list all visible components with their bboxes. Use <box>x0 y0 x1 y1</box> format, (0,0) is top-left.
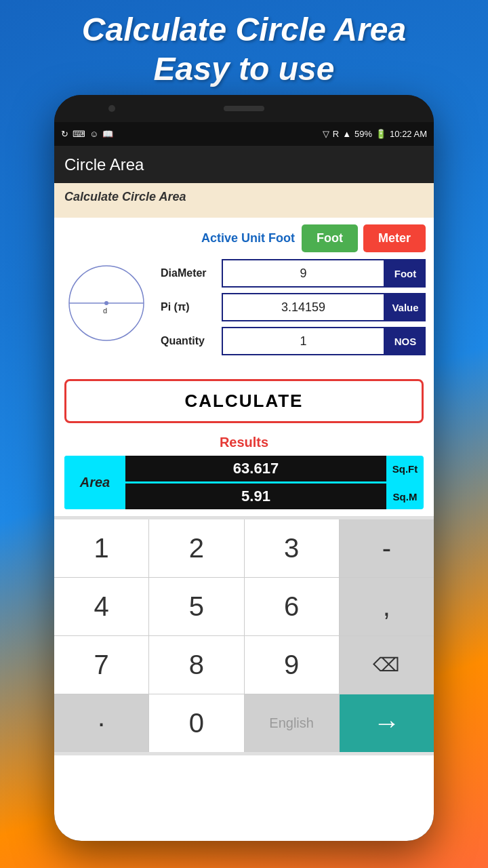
main-content: Calculate Circle Area Active Unit Foot F… <box>54 183 434 841</box>
key-6[interactable]: 6 <box>245 578 340 635</box>
keypad-row-1: 1 2 3 - <box>54 519 434 578</box>
status-icons-left: ↻ ⌨ ☺ 📖 <box>61 129 113 139</box>
svg-text:d: d <box>103 307 107 315</box>
signal-icon: R <box>333 129 339 139</box>
keypad-row-3: 7 8 9 ⌫ <box>54 636 434 694</box>
app-title: Circle Area <box>64 155 144 174</box>
bg-title-line2: Easy to use <box>0 50 488 89</box>
calculate-button[interactable]: CALCULATE <box>64 379 424 423</box>
active-unit-label: Active Unit Foot <box>201 231 295 245</box>
calculate-btn-wrap: CALCULATE <box>54 371 434 431</box>
diameter-input[interactable] <box>222 259 385 288</box>
key-3[interactable]: 3 <box>245 519 340 577</box>
app-bar: Circle Area <box>54 146 434 183</box>
key-minus[interactable]: - <box>340 519 434 577</box>
quantity-unit: NOS <box>385 327 426 355</box>
results-section: Results Area 63.617 Sq.Ft 5.91 Sq.M <box>54 431 434 516</box>
pi-label: Pi (π) <box>161 301 222 313</box>
result-sqm-value: 5.91 <box>125 484 386 509</box>
inputs-section: DiaMeter Foot Pi (π) Value Quantity <box>161 259 426 361</box>
sync-icon: ↻ <box>61 129 68 139</box>
phone-top <box>54 95 434 122</box>
active-unit-row: Active Unit Foot Foot Meter <box>62 224 426 252</box>
emoji-icon: ☺ <box>89 129 98 139</box>
keypad-row-4: · 0 English → <box>54 694 434 752</box>
result-row-sqft: 63.617 Sq.Ft <box>125 456 424 481</box>
key-dot[interactable]: · <box>54 694 149 752</box>
key-2[interactable]: 2 <box>149 519 244 577</box>
key-backspace[interactable]: ⌫ <box>340 636 434 694</box>
keyboard-icon: ⌨ <box>73 129 85 139</box>
pi-input[interactable] <box>222 293 385 321</box>
result-sqm-unit: Sq.M <box>386 487 424 507</box>
quantity-input[interactable] <box>222 327 385 355</box>
key-1[interactable]: 1 <box>54 519 149 577</box>
key-next[interactable]: → <box>340 694 434 752</box>
meter-button[interactable]: Meter <box>363 224 426 252</box>
pi-row: Pi (π) Value <box>161 293 426 321</box>
key-english[interactable]: English <box>245 694 340 752</box>
book-icon: 📖 <box>102 129 113 139</box>
circle-diagram: d <box>62 259 150 350</box>
time: 10:22 AM <box>390 129 427 139</box>
battery-percent: 59% <box>354 129 372 139</box>
quantity-label: Quantity <box>161 335 222 347</box>
key-comma[interactable]: , <box>340 578 434 635</box>
phone-speaker <box>224 106 264 111</box>
key-0[interactable]: 0 <box>149 694 244 752</box>
result-sqft-value: 63.617 <box>125 456 386 481</box>
key-4[interactable]: 4 <box>54 578 149 635</box>
results-card: Area 63.617 Sq.Ft 5.91 Sq.M <box>64 456 424 509</box>
status-icons-right: ▽ R ▲ 59% 🔋 10:22 AM <box>323 129 427 139</box>
results-values: 63.617 Sq.Ft 5.91 Sq.M <box>125 456 424 509</box>
keypad: 1 2 3 - 4 5 6 , 7 8 9 ⌫ · 0 English → <box>54 516 434 755</box>
calc-section-header: Calculate Circle Area <box>54 183 434 218</box>
foot-button[interactable]: Foot <box>302 224 358 252</box>
diameter-unit: Foot <box>385 259 426 288</box>
battery-icon: 🔋 <box>375 129 386 139</box>
result-row-sqm: 5.91 Sq.M <box>125 484 424 509</box>
bg-title-line1: Calculate Circle Area <box>0 10 488 50</box>
diameter-label: DiaMeter <box>161 267 222 279</box>
area-label: Area <box>64 456 125 509</box>
phone-frame: ↻ ⌨ ☺ 📖 ▽ R ▲ 59% 🔋 10:22 AM Circle Area… <box>54 95 434 841</box>
svg-point-2 <box>104 301 108 305</box>
keypad-row-2: 4 5 6 , <box>54 578 434 636</box>
key-8[interactable]: 8 <box>149 636 244 694</box>
status-bar: ↻ ⌨ ☺ 📖 ▽ R ▲ 59% 🔋 10:22 AM <box>54 122 434 146</box>
phone-camera <box>108 105 115 112</box>
key-7[interactable]: 7 <box>54 636 149 694</box>
results-title: Results <box>64 435 424 450</box>
result-sqft-unit: Sq.Ft <box>386 459 424 479</box>
background-title: Calculate Circle Area Easy to use <box>0 10 488 88</box>
pi-unit: Value <box>385 293 426 321</box>
network-icon: ▲ <box>342 129 351 139</box>
key-9[interactable]: 9 <box>245 636 340 694</box>
wifi-icon: ▽ <box>323 129 329 139</box>
main-row: d DiaMeter Foot Pi (π) Value <box>62 259 426 361</box>
quantity-row: Quantity NOS <box>161 327 426 355</box>
section-title: Calculate Circle Area <box>64 190 424 204</box>
diameter-row: DiaMeter Foot <box>161 259 426 288</box>
calc-body: Active Unit Foot Foot Meter d <box>54 218 434 371</box>
key-5[interactable]: 5 <box>149 578 244 635</box>
